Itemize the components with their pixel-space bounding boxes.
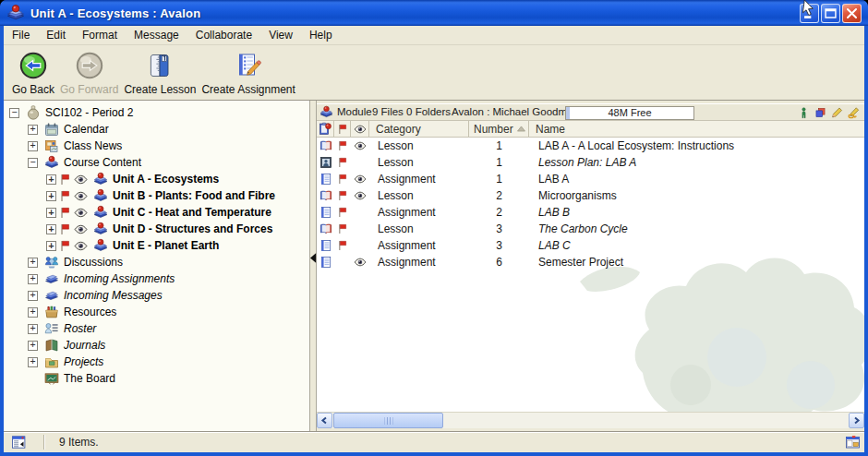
tree-item-incoming-messages[interactable]: +Incoming Messages [4,287,309,304]
header-action-icons [798,104,860,120]
tree-item-class-news[interactable]: +Class News [4,138,309,154]
go-forward-button[interactable]: Go Forward [57,48,121,97]
scrollbar-thumb[interactable] [333,413,443,428]
menu-item-view[interactable]: View [260,26,301,44]
incoming-icon [44,271,59,286]
file-row-lab-c[interactable]: Assignment3LAB C [317,237,864,254]
file-row-lesson-plan-lab-a[interactable]: Lesson1Lesson Plan: LAB A [317,154,864,171]
expand-toggle[interactable]: + [46,191,56,201]
collapse-panel-arrow-icon[interactable] [310,253,317,263]
collapse-toggle[interactable]: − [9,108,19,118]
tree-item-label: Resources [64,306,116,318]
file-row-semester-project[interactable]: Assignment6Semester Project [317,254,864,270]
tree-item-unit-e-planet-earth[interactable]: +Unit E - Planet Earth [4,237,309,254]
create-assignment-button[interactable]: Create Assignment [199,48,297,97]
column-item-type[interactable] [317,121,334,137]
free-space-indicator: 48M Free [565,106,694,120]
column-category[interactable]: Category [369,121,469,137]
horizontal-scrollbar[interactable] [317,412,864,428]
create-lesson-button[interactable]: Create Lesson [121,48,199,97]
row-category: Assignment [369,239,469,252]
tree-item-label: Unit C - Heat and Temperature [113,206,271,219]
column-flag[interactable] [334,121,351,137]
pencil-icon[interactable] [831,106,843,119]
menu-item-message[interactable]: Message [126,26,187,44]
layers-icon[interactable] [814,106,826,119]
tree-item-unit-d-structures-and-forces[interactable]: +Unit D - Structures and Forces [4,221,309,237]
tree-item-calendar[interactable]: +Calendar [4,121,309,138]
eye-icon [354,141,367,150]
row-number: 2 [469,189,529,202]
expand-toggle[interactable]: + [46,224,56,234]
row-category: Assignment [369,173,469,186]
expand-toggle[interactable]: + [28,324,38,334]
expand-toggle[interactable]: + [28,141,38,151]
go-back-button[interactable]: Go Back [9,48,57,97]
panel-splitter[interactable] [309,101,317,431]
row-name: LAB C [529,239,864,252]
menu-item-help[interactable]: Help [301,26,341,44]
scrollbar-track[interactable] [332,413,849,428]
title-bar[interactable]: Unit A - Ecosystems : Avalon [0,0,868,26]
tree-item-resources[interactable]: +Resources [4,304,309,320]
expand-toggle[interactable]: + [28,307,38,318]
layout-icon[interactable] [845,435,861,450]
toolbar-button-label: Create Assignment [201,83,295,96]
menu-item-file[interactable]: File [4,26,38,44]
column-name[interactable]: Name [529,121,864,137]
collapse-toggle[interactable]: − [28,158,38,168]
expand-toggle[interactable]: + [28,274,38,284]
expand-toggle[interactable]: + [46,241,56,251]
column-number[interactable]: Number [469,121,529,137]
row-category: Assignment [369,206,469,219]
expand-toggle[interactable]: + [28,357,38,367]
journals-icon [44,338,59,353]
tree-item-projects[interactable]: +Projects [4,354,309,370]
tree-item-unit-a-ecosystems[interactable]: +Unit A - Ecosystems [4,171,309,187]
tree-item-unit-c-heat-and-temperature[interactable]: +Unit C - Heat and Temperature [4,204,309,221]
menu-item-collaborate[interactable]: Collaborate [187,26,260,44]
status-window-icon[interactable] [11,435,27,450]
tree-item-sci102-period-2[interactable]: −SCI102 - Period 2 [4,104,309,121]
tree-item-incoming-assignments[interactable]: +Incoming Assignments [4,270,309,287]
eye-icon [74,208,88,218]
row-category: Lesson [369,189,469,202]
close-button[interactable] [842,4,862,23]
row-number: 1 [469,139,529,152]
scroll-right-button[interactable] [849,413,864,428]
column-eye[interactable] [351,121,369,137]
expand-toggle[interactable]: + [28,258,38,268]
board-icon [44,371,59,386]
menu-item-format[interactable]: Format [74,26,126,44]
maximize-button[interactable] [821,4,840,23]
tree-item-journals[interactable]: +Journals [4,337,309,354]
file-row-lab-b[interactable]: Assignment2LAB B [317,204,864,221]
flag-icon [338,140,347,151]
scroll-left-button[interactable] [317,413,332,428]
row-number: 3 [469,222,529,235]
scrollbar-grip [384,417,392,425]
person-icon[interactable] [798,106,810,119]
tree-item-the-board[interactable]: The Board [4,370,309,387]
tree-item-roster[interactable]: +Roster [4,320,309,337]
tree-item-unit-b-plants-food-and-fibre[interactable]: +Unit B - Plants: Food and Fibre [4,187,309,204]
expand-toggle[interactable]: + [28,125,38,135]
file-row-microorganisms[interactable]: Lesson2Microorganisms [317,187,864,204]
tree-item-course-content[interactable]: −Course Content [4,154,309,171]
file-row-lab-a-a-local-ecosystem-instructions[interactable]: Lesson1LAB A - A Local Ecosystem: Instru… [317,138,864,154]
maximize-icon [822,5,839,22]
toolbar: Go BackGo ForwardCreate LessonCreate Ass… [4,45,864,101]
file-row-lab-a[interactable]: Assignment1LAB A [317,171,864,187]
expand-toggle[interactable]: + [28,341,38,351]
menu-item-edit[interactable]: Edit [38,26,74,44]
tree-item-discussions[interactable]: +Discussions [4,254,309,270]
expand-toggle[interactable]: + [28,291,38,301]
expand-toggle[interactable]: + [46,174,56,185]
expand-toggle[interactable]: + [46,208,56,218]
status-bar: 9 Items. [4,431,864,452]
flag-icon [338,174,347,185]
gold-pencil-icon[interactable] [848,106,860,119]
file-row-the-carbon-cycle[interactable]: Lesson3The Carbon Cycle [317,221,864,237]
eye-icon [74,241,88,251]
assignment-pad-icon [319,173,332,186]
